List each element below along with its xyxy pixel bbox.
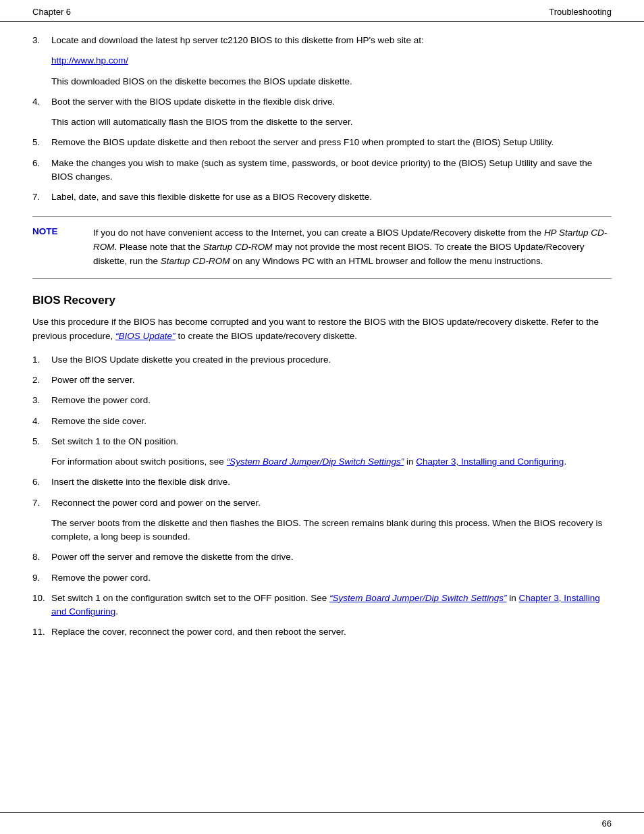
- bios-step-5: 5. Set switch 1 to the ON position.: [32, 435, 612, 448]
- step-5-body: Remove the BIOS update diskette and then…: [51, 136, 612, 149]
- bios-update-link[interactable]: “BIOS Update”: [115, 331, 176, 341]
- bios-step-9: 9. Remove the power cord.: [32, 571, 612, 585]
- bios-step-8-body: Power off the server and remove the disk…: [51, 550, 612, 564]
- intro-text2: to create the BIOS update/recovery diske…: [176, 331, 357, 341]
- bios-step-6: 6. Insert the diskette into the flexible…: [32, 475, 612, 489]
- bios-step-10: 10. Set switch 1 on the configuration sw…: [32, 592, 612, 619]
- main-content: 3. Locate and download the latest hp ser…: [0, 22, 644, 687]
- bios-step-6-body: Insert the diskette into the flexible di…: [51, 475, 612, 489]
- step-7: 7. Label, date, and save this flexible d…: [32, 190, 612, 204]
- step-5-number: 5.: [32, 136, 51, 149]
- note-label: NOTE: [32, 226, 93, 269]
- step-6-body: Make the changes you wish to make (such …: [51, 157, 612, 184]
- top-steps-list: 3. Locate and download the latest hp ser…: [32, 34, 612, 204]
- bios-step-5-sub: For information about switch positions, …: [51, 455, 612, 469]
- bios-recovery-heading: BIOS Recovery: [32, 294, 612, 307]
- bios-recovery-steps: 1. Use the BIOS Update diskette you crea…: [32, 353, 612, 640]
- step10-link1[interactable]: “System Board Jumper/Dip Switch Settings…: [329, 593, 507, 603]
- chapter-label: Chapter 6: [32, 7, 71, 17]
- bios-step-10-num: 10.: [32, 592, 51, 619]
- bios-step-9-body: Remove the power cord.: [51, 571, 612, 585]
- step-6: 6. Make the changes you wish to make (su…: [32, 157, 612, 184]
- step-4: 4. Boot the server with the BIOS update …: [32, 95, 612, 109]
- switch-text2: in: [404, 457, 416, 467]
- note-text2: . Please note that the: [115, 242, 203, 252]
- bios-step-10-body: Set switch 1 on the configuration switch…: [51, 592, 612, 619]
- bios-step-3-num: 3.: [32, 394, 51, 407]
- bios-step-1-body: Use the BIOS Update diskette you created…: [51, 353, 612, 367]
- step-3-body: Locate and download the latest hp server…: [51, 34, 612, 47]
- step-4-body: Boot the server with the BIOS update dis…: [51, 95, 612, 109]
- bios-step-11-num: 11.: [32, 625, 51, 639]
- bios-step-1-num: 1.: [32, 353, 51, 367]
- bios-step-11-body: Replace the cover, reconnect the power c…: [51, 625, 612, 639]
- bios-step-9-num: 9.: [32, 571, 51, 585]
- bios-step-2: 2. Power off the server.: [32, 373, 612, 387]
- switch-text1: For information about switch positions, …: [51, 457, 227, 467]
- bios-recovery-intro: Use this procedure if the BIOS has becom…: [32, 315, 612, 344]
- step-7-body: Label, date, and save this flexible disk…: [51, 190, 612, 204]
- step-3: 3. Locate and download the latest hp ser…: [32, 34, 612, 47]
- note-text4: on any Windows PC with an HTML browser a…: [230, 256, 543, 266]
- note-content: If you do not have convenient access to …: [93, 226, 612, 269]
- hp-url-link[interactable]: http://www.hp.com/: [51, 55, 128, 66]
- bios-step-4: 4. Remove the side cover.: [32, 415, 612, 428]
- bios-step-7-num: 7.: [32, 496, 51, 510]
- step-4-number: 4.: [32, 95, 51, 109]
- bios-step-7-sub2: The server boots from the diskette and t…: [51, 517, 612, 544]
- step-7-number: 7.: [32, 190, 51, 204]
- bios-step-5-body: Set switch 1 to the ON position.: [51, 435, 612, 448]
- step10-text1: Set switch 1 on the configuration switch…: [51, 593, 329, 603]
- step-6-number: 6.: [32, 157, 51, 184]
- step10-text2: in: [507, 593, 519, 603]
- bios-step-2-num: 2.: [32, 373, 51, 387]
- bios-step-5-num: 5.: [32, 435, 51, 448]
- bios-step-11: 11. Replace the cover, reconnect the pow…: [32, 625, 612, 639]
- page-footer: 66: [0, 812, 644, 834]
- note-italic3: Startup CD-ROM: [161, 256, 230, 266]
- bios-step-4-body: Remove the side cover.: [51, 415, 612, 428]
- note-italic2: Startup CD-ROM: [203, 242, 273, 252]
- bios-step-7: 7. Reconnect the power cord and power on…: [32, 496, 612, 510]
- step-3-link-sub: http://www.hp.com/: [51, 54, 612, 68]
- bios-step-1: 1. Use the BIOS Update diskette you crea…: [32, 353, 612, 367]
- bios-step-8: 8. Power off the server and remove the d…: [32, 550, 612, 564]
- switch-link1[interactable]: “System Board Jumper/Dip Switch Settings…: [227, 457, 404, 467]
- step-4-sub2: This action will automatically flash the…: [51, 115, 612, 129]
- bios-step-2-body: Power off the server.: [51, 373, 612, 387]
- step-3-sub2: This downloaded BIOS on the diskette bec…: [51, 75, 612, 88]
- bios-step-3: 3. Remove the power cord.: [32, 394, 612, 407]
- chapter3-link1[interactable]: Chapter 3, Installing and Configuring: [416, 457, 564, 467]
- bios-step-7-body: Reconnect the power cord and power on th…: [51, 496, 612, 510]
- bios-step-3-body: Remove the power cord.: [51, 394, 612, 407]
- bios-step-8-num: 8.: [32, 550, 51, 564]
- note-box: NOTE If you do not have convenient acces…: [32, 216, 612, 279]
- page-header: Chapter 6 Troubleshooting: [0, 0, 644, 22]
- page: Chapter 6 Troubleshooting 3. Locate and …: [0, 0, 644, 834]
- step-5: 5. Remove the BIOS update diskette and t…: [32, 136, 612, 149]
- switch-text3: .: [564, 457, 566, 467]
- step-3-number: 3.: [32, 34, 51, 47]
- bios-step-4-num: 4.: [32, 415, 51, 428]
- step10-text3: .: [115, 606, 118, 617]
- section-label: Troubleshooting: [549, 7, 612, 17]
- note-text1: If you do not have convenient access to …: [93, 228, 544, 238]
- bios-step-6-num: 6.: [32, 475, 51, 489]
- page-number: 66: [602, 818, 612, 829]
